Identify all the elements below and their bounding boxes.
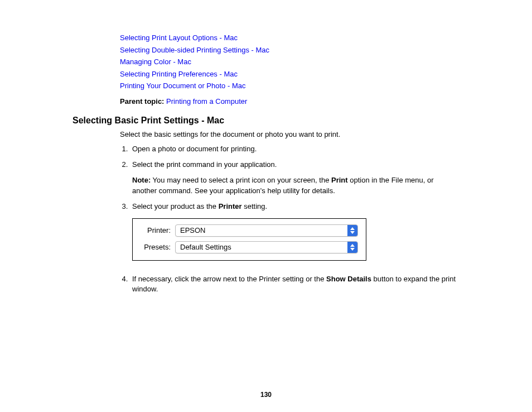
updown-arrows-icon bbox=[347, 242, 357, 253]
step-1: Open a photo or document for printing. bbox=[130, 144, 460, 154]
note-before: You may need to select a print icon on y… bbox=[151, 176, 331, 184]
updown-arrows-icon bbox=[347, 225, 357, 236]
presets-row: Presets: Default Settings bbox=[141, 241, 358, 253]
step-3-after: setting. bbox=[242, 202, 268, 210]
printer-label: Printer: bbox=[141, 226, 175, 236]
step-4-before: If necessary, click the arrow next to th… bbox=[132, 275, 326, 283]
printer-dropdown[interactable]: EPSON bbox=[175, 224, 358, 237]
step-3-bold: Printer bbox=[219, 202, 242, 210]
intro-text: Select the basic settings for the docume… bbox=[120, 130, 460, 138]
step-4-bold: Show Details bbox=[326, 275, 371, 283]
step-2: Select the print command in your applica… bbox=[130, 160, 460, 196]
step-4: If necessary, click the arrow next to th… bbox=[130, 274, 460, 294]
link-printing-document[interactable]: Printing Your Document or Photo - Mac bbox=[120, 80, 460, 92]
step-2-text: Select the print command in your applica… bbox=[132, 160, 277, 169]
note-label: Note: bbox=[132, 176, 151, 184]
link-printing-preferences[interactable]: Selecting Printing Preferences - Mac bbox=[120, 69, 460, 80]
step-3: Select your product as the Printer setti… bbox=[130, 202, 460, 261]
parent-topic-label: Parent topic: bbox=[120, 97, 164, 106]
related-links: Selecting Print Layout Options - Mac Sel… bbox=[120, 32, 460, 107]
printer-value: EPSON bbox=[176, 224, 347, 237]
link-double-sided[interactable]: Selecting Double-sided Printing Settings… bbox=[120, 45, 460, 56]
note-block: Note: You may need to select a print ico… bbox=[132, 175, 460, 195]
presets-value: Default Settings bbox=[176, 241, 347, 253]
step-3-before: Select your product as the bbox=[132, 202, 219, 210]
presets-label: Presets: bbox=[141, 242, 175, 252]
parent-topic: Parent topic: Printing from a Computer bbox=[120, 96, 460, 107]
section-title: Selecting Basic Print Settings - Mac bbox=[72, 116, 460, 126]
svg-marker-1 bbox=[350, 231, 355, 234]
note-bold: Print bbox=[331, 176, 348, 184]
link-layout-options[interactable]: Selecting Print Layout Options - Mac bbox=[120, 32, 460, 44]
figure-print-dialog: Printer: EPSON Presets: Default Settings bbox=[132, 218, 366, 261]
svg-marker-3 bbox=[350, 248, 355, 251]
svg-marker-2 bbox=[350, 244, 355, 247]
page-number: 130 bbox=[0, 391, 532, 399]
parent-topic-link[interactable]: Printing from a Computer bbox=[166, 97, 247, 106]
steps-list: Open a photo or document for printing. S… bbox=[120, 144, 460, 294]
link-managing-color[interactable]: Managing Color - Mac bbox=[120, 56, 460, 68]
presets-dropdown[interactable]: Default Settings bbox=[175, 241, 358, 253]
svg-marker-0 bbox=[350, 227, 355, 230]
printer-row: Printer: EPSON bbox=[141, 224, 358, 237]
